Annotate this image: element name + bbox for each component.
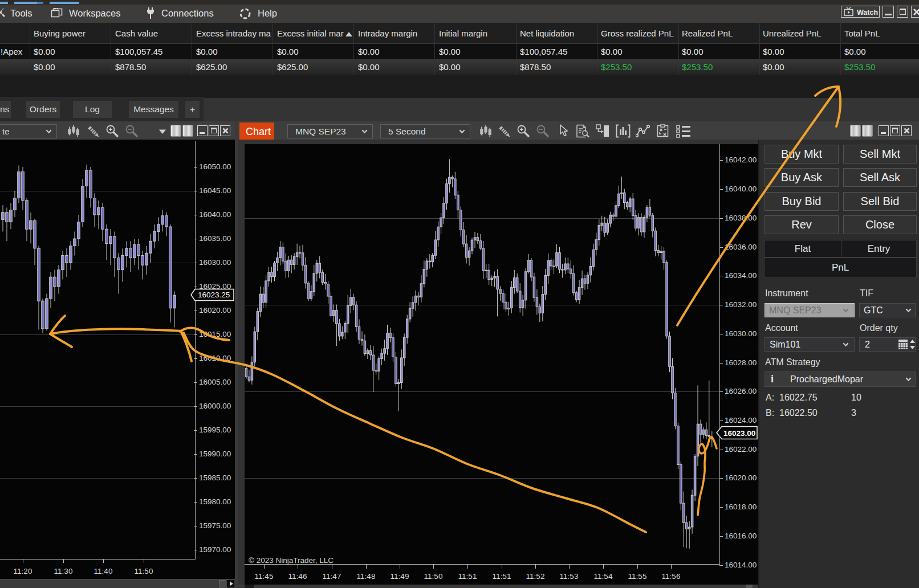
svg-text:16023.00: 16023.00 (723, 429, 755, 438)
